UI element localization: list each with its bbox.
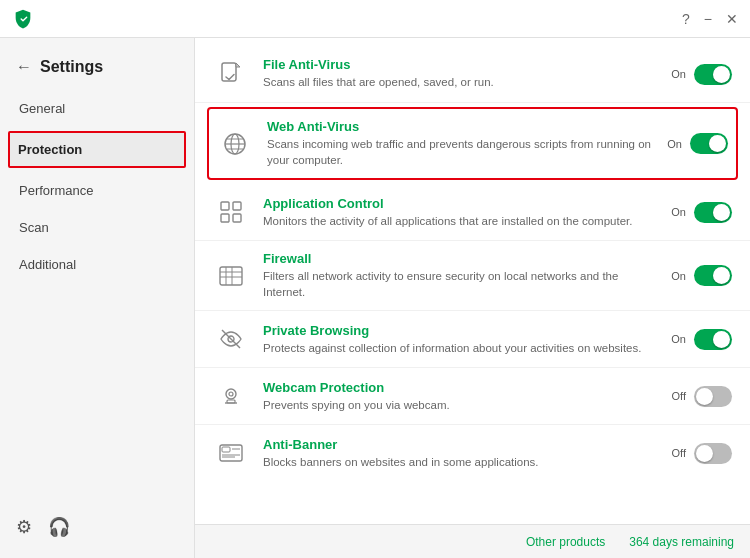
minimize-button[interactable]: − [704, 11, 712, 27]
anti-banner-icon [213, 435, 249, 471]
other-products-link[interactable]: Other products [526, 535, 605, 549]
firewall-icon [213, 258, 249, 294]
feature-row-web-antivirus: Web Anti-Virus Scans incoming web traffi… [209, 109, 736, 178]
feature-desc-firewall: Filters all network activity to ensure s… [263, 268, 657, 300]
feature-row-file-antivirus: File Anti-Virus Scans all files that are… [195, 46, 750, 103]
toggle-knob-file-antivirus [713, 66, 730, 83]
feature-row-firewall: Firewall Filters all network activity to… [195, 241, 750, 311]
title-bar: ? − ✕ [0, 0, 750, 38]
feature-text-webcam: Webcam Protection Prevents spying on you… [263, 380, 658, 413]
toggle-area-private-browsing: On [671, 329, 732, 350]
title-bar-controls: ? − ✕ [682, 11, 738, 27]
toggle-app-control[interactable] [694, 202, 732, 223]
toggle-knob-anti-banner [696, 445, 713, 462]
sidebar: ← Settings General Protection Performanc… [0, 38, 195, 558]
svg-rect-8 [221, 214, 229, 222]
right-panel: File Anti-Virus Scans all files that are… [195, 38, 750, 558]
feature-text-file-antivirus: File Anti-Virus Scans all files that are… [263, 57, 657, 90]
app-control-icon [213, 194, 249, 230]
toggle-area-app-control: On [671, 202, 732, 223]
app-shield-icon [12, 8, 34, 30]
toggle-label-firewall: On [671, 270, 686, 282]
feature-desc-web-antivirus: Scans incoming web traffic and prevents … [267, 136, 653, 168]
footer: Other products 364 days remaining [195, 524, 750, 558]
toggle-label-app-control: On [671, 206, 686, 218]
help-button[interactable]: ? [682, 11, 690, 27]
feature-text-private-browsing: Private Browsing Protects against collec… [263, 323, 657, 356]
toggle-knob-web-antivirus [709, 135, 726, 152]
feature-row-app-control: Application Control Monitors the activit… [195, 184, 750, 241]
feature-desc-anti-banner: Blocks banners on websites and in some a… [263, 454, 658, 470]
sidebar-bottom: ⚙ 🎧 [0, 506, 194, 548]
toggle-area-anti-banner: Off [672, 443, 732, 464]
feature-desc-private-browsing: Protects against collection of informati… [263, 340, 657, 356]
feature-row-webcam: Webcam Protection Prevents spying on you… [195, 368, 750, 425]
toggle-area-file-antivirus: On [671, 64, 732, 85]
sidebar-nav: ← Settings General Protection Performanc… [0, 48, 194, 283]
svg-rect-10 [220, 267, 242, 285]
title-bar-left [12, 8, 34, 30]
toggle-anti-banner[interactable] [694, 443, 732, 464]
toggle-area-firewall: On [671, 265, 732, 286]
sidebar-item-additional[interactable]: Additional [0, 246, 194, 283]
feature-desc-file-antivirus: Scans all files that are opened, saved, … [263, 74, 657, 90]
feature-desc-webcam: Prevents spying on you via webcam. [263, 397, 658, 413]
web-globe-icon [217, 126, 253, 162]
feature-text-app-control: Application Control Monitors the activit… [263, 196, 657, 229]
sidebar-item-general[interactable]: General [0, 90, 194, 127]
svg-rect-7 [233, 202, 241, 210]
sidebar-item-protection[interactable]: Protection [8, 131, 186, 168]
toggle-firewall[interactable] [694, 265, 732, 286]
toggle-label-webcam: Off [672, 390, 686, 402]
main-layout: ← Settings General Protection Performanc… [0, 38, 750, 558]
web-antivirus-container: Web Anti-Virus Scans incoming web traffi… [207, 107, 738, 180]
sidebar-item-scan[interactable]: Scan [0, 209, 194, 246]
svg-rect-9 [233, 214, 241, 222]
svg-rect-0 [222, 63, 236, 81]
settings-title: Settings [40, 58, 103, 76]
toggle-area-webcam: Off [672, 386, 732, 407]
toggle-label-file-antivirus: On [671, 68, 686, 80]
svg-point-17 [226, 389, 236, 399]
toggle-web-antivirus[interactable] [690, 133, 728, 154]
webcam-icon [213, 378, 249, 414]
settings-gear-icon[interactable]: ⚙ [16, 516, 32, 538]
svg-rect-6 [221, 202, 229, 210]
feature-row-private-browsing: Private Browsing Protects against collec… [195, 311, 750, 368]
file-shield-icon [213, 56, 249, 92]
sidebar-item-performance[interactable]: Performance [0, 172, 194, 209]
svg-rect-22 [222, 447, 230, 452]
feature-title-app-control: Application Control [263, 196, 657, 211]
feature-title-webcam: Webcam Protection [263, 380, 658, 395]
toggle-knob-firewall [713, 267, 730, 284]
toggle-area-web-antivirus: On [667, 133, 728, 154]
svg-line-16 [222, 330, 240, 348]
web-antivirus-wrapper: Web Anti-Virus Scans incoming web traffi… [195, 107, 750, 180]
close-button[interactable]: ✕ [726, 11, 738, 27]
sidebar-header: ← Settings [0, 48, 194, 90]
back-button[interactable]: ← [16, 58, 32, 76]
toggle-knob-app-control [713, 204, 730, 221]
feature-text-firewall: Firewall Filters all network activity to… [263, 251, 657, 300]
toggle-knob-private-browsing [713, 331, 730, 348]
toggle-private-browsing[interactable] [694, 329, 732, 350]
feature-title-file-antivirus: File Anti-Virus [263, 57, 657, 72]
private-eye-icon [213, 321, 249, 357]
feature-desc-app-control: Monitors the activity of all application… [263, 213, 657, 229]
days-remaining: 364 days remaining [629, 535, 734, 549]
svg-point-18 [229, 392, 233, 396]
feature-title-web-antivirus: Web Anti-Virus [267, 119, 653, 134]
toggle-file-antivirus[interactable] [694, 64, 732, 85]
feature-row-anti-banner: Anti-Banner Blocks banners on websites a… [195, 425, 750, 481]
toggle-label-web-antivirus: On [667, 138, 682, 150]
toggle-label-private-browsing: On [671, 333, 686, 345]
content-area: File Anti-Virus Scans all files that are… [195, 38, 750, 524]
toggle-label-anti-banner: Off [672, 447, 686, 459]
toggle-webcam[interactable] [694, 386, 732, 407]
headset-icon[interactable]: 🎧 [48, 516, 70, 538]
feature-title-anti-banner: Anti-Banner [263, 437, 658, 452]
toggle-knob-webcam [696, 388, 713, 405]
feature-title-private-browsing: Private Browsing [263, 323, 657, 338]
feature-title-firewall: Firewall [263, 251, 657, 266]
feature-text-web-antivirus: Web Anti-Virus Scans incoming web traffi… [267, 119, 653, 168]
